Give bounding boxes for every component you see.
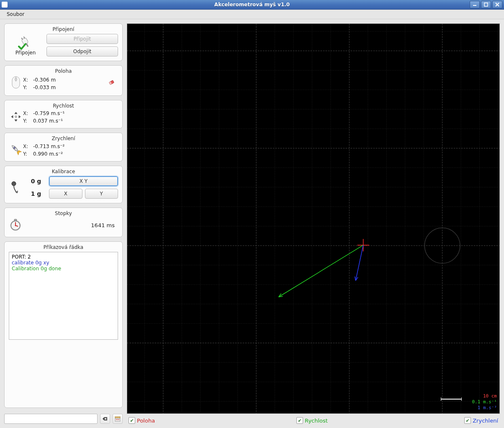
viz-canvas[interactable]: 10 cm 0.1 m.s⁻¹ 1 m.s⁻² bbox=[127, 23, 500, 414]
legend-accel: 1 m.s⁻² bbox=[472, 405, 497, 411]
panel-connection: Připojení bbox=[4, 23, 123, 61]
acc-x-value: -0.713 m.s⁻² bbox=[33, 144, 64, 149]
panel-stopwatch-title: Stopky bbox=[9, 210, 118, 216]
panel-velocity: Rychlost bbox=[4, 100, 123, 128]
mouse-icon bbox=[9, 76, 23, 91]
svg-point-14 bbox=[12, 182, 16, 186]
svg-rect-25 bbox=[117, 419, 118, 420]
legend-velocity: 0.1 m.s⁻¹ bbox=[472, 399, 497, 405]
stopwatch-icon bbox=[9, 218, 22, 233]
acc-y-value: 0.990 m.s⁻² bbox=[33, 151, 64, 157]
svg-line-127 bbox=[356, 245, 363, 281]
menubar: Soubor bbox=[0, 10, 504, 19]
panel-stopwatch: Stopky 1641 ms bbox=[4, 208, 123, 237]
panel-accel: Zrychlení X: -0.713 m.s⁻² bbox=[4, 133, 123, 161]
eraser-icon[interactable] bbox=[108, 79, 116, 88]
svg-point-19 bbox=[15, 225, 16, 226]
svg-line-6 bbox=[24, 36, 25, 38]
vel-x-value: -0.759 m.s⁻¹ bbox=[33, 110, 64, 116]
checkbox-position[interactable]: ✔ Poloha bbox=[129, 417, 296, 424]
calib-0g-label: 0 g bbox=[26, 178, 46, 185]
calib-0g-xy-button[interactable]: X Y bbox=[49, 176, 118, 186]
vel-x-label: X: bbox=[23, 110, 31, 116]
legend-position: 10 cm bbox=[472, 393, 497, 399]
pos-y-value: -0.033 m bbox=[33, 85, 56, 90]
move-icon bbox=[9, 111, 23, 124]
pos-x-label: X: bbox=[23, 77, 31, 83]
panel-position: Poloha X: -0.306 m Y: -0.033 m bbox=[4, 65, 123, 96]
checkbox-accel[interactable]: ✔ Zrychlení bbox=[464, 417, 498, 424]
calib-1g-x-button[interactable]: X bbox=[49, 189, 82, 199]
panel-velocity-title: Rychlost bbox=[9, 103, 118, 109]
pos-x-value: -0.306 m bbox=[33, 77, 56, 83]
connection-status: Připojen bbox=[15, 50, 36, 56]
svg-rect-24 bbox=[116, 419, 117, 420]
svg-rect-26 bbox=[118, 419, 119, 420]
acc-y-label: Y: bbox=[23, 151, 31, 157]
svg-rect-22 bbox=[115, 417, 120, 418]
clear-command-button[interactable] bbox=[100, 414, 110, 424]
window-title: Akcelerometrová myš v1.0 bbox=[0, 2, 504, 8]
svg-point-12 bbox=[15, 116, 17, 118]
checkbox-position-label: Poloha bbox=[137, 418, 155, 424]
stopwatch-value: 1641 ms bbox=[91, 222, 115, 228]
disconnect-button[interactable]: Odpojit bbox=[46, 46, 118, 56]
rocket-icon bbox=[9, 143, 23, 157]
checkbox-velocity-label: Rychlost bbox=[305, 418, 328, 424]
canvas-legend: 10 cm 0.1 m.s⁻¹ 1 m.s⁻² bbox=[472, 393, 497, 411]
app-icon bbox=[2, 2, 8, 8]
plug-icon bbox=[17, 35, 34, 50]
panel-commandline-title: Příkazová řádka bbox=[9, 244, 118, 250]
panel-accel-title: Zrychlení bbox=[9, 136, 118, 141]
svg-line-5 bbox=[21, 38, 23, 39]
panel-calibration-title: Kalibrace bbox=[9, 169, 118, 174]
window-close-button[interactable] bbox=[492, 1, 502, 8]
weight-icon bbox=[9, 176, 21, 199]
menu-file[interactable]: Soubor bbox=[3, 10, 28, 18]
svg-rect-9 bbox=[15, 78, 17, 81]
command-input[interactable] bbox=[4, 414, 98, 424]
panel-connection-title: Připojení bbox=[9, 26, 118, 32]
checkbox-accel-label: Zrychlení bbox=[473, 418, 498, 424]
panel-commandline: Příkazová řádka PORT: 2calibrate 0g xyCa… bbox=[4, 241, 123, 408]
panel-calibration: Kalibrace 0 g X Y 1 g X Y bbox=[4, 166, 123, 203]
scale-bar bbox=[441, 397, 462, 400]
svg-line-126 bbox=[279, 245, 363, 297]
svg-rect-1 bbox=[484, 3, 488, 6]
check-icon: ✔ bbox=[296, 417, 303, 424]
panel-position-title: Poloha bbox=[9, 68, 118, 74]
window-minimize-button[interactable] bbox=[470, 1, 480, 8]
check-icon: ✔ bbox=[129, 417, 135, 424]
connect-button[interactable]: Připojit bbox=[46, 34, 118, 44]
calib-1g-label: 1 g bbox=[26, 190, 46, 197]
window-maximize-button[interactable] bbox=[481, 1, 491, 8]
pos-y-label: Y: bbox=[23, 85, 31, 90]
vel-y-label: Y: bbox=[23, 118, 31, 124]
acc-x-label: X: bbox=[23, 144, 31, 149]
checkbox-velocity[interactable]: ✔ Rychlost bbox=[296, 417, 464, 424]
command-terminal[interactable]: PORT: 2calibrate 0g xyCalibration 0g don… bbox=[9, 252, 118, 340]
check-icon: ✔ bbox=[464, 417, 471, 424]
keyboard-shortcut-button[interactable] bbox=[113, 414, 123, 424]
vel-y-value: 0.037 m.s⁻¹ bbox=[33, 118, 64, 124]
calib-1g-y-button[interactable]: Y bbox=[85, 189, 118, 199]
titlebar: Akcelerometrová myš v1.0 bbox=[0, 0, 504, 10]
svg-rect-16 bbox=[14, 219, 17, 221]
